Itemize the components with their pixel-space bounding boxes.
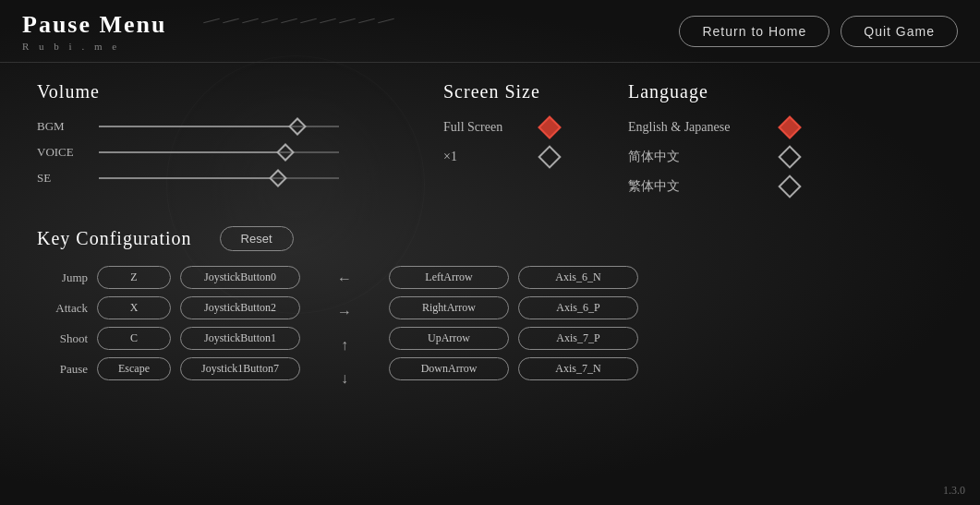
arrow-row-left: LeftArrow Axis_6_N — [389, 266, 638, 289]
key-row-jump: Jump Z JoystickButton0 — [37, 266, 300, 289]
up-axis-box[interactable]: Axis_7_P — [518, 327, 638, 350]
key-config-title: Key Configuration — [37, 228, 192, 249]
bgm-slider-track[interactable] — [99, 126, 339, 127]
attack-keyboard-box[interactable]: X — [97, 296, 171, 319]
se-slider-fill — [99, 177, 272, 179]
arrow-row-down: DownArrow Axis_7_N — [389, 357, 638, 380]
left-axis-box[interactable]: Axis_6_N — [518, 266, 638, 289]
header-buttons: Return to Home Quit Game — [679, 16, 958, 47]
pause-action-label: Pause — [37, 362, 88, 377]
key-row-pause: Pause Escape Joystick1Button7 — [37, 357, 300, 380]
return-home-button[interactable]: Return to Home — [679, 16, 829, 47]
language-section: Language English & Japanese 简体中文 繁体中文 — [628, 81, 850, 208]
arrow-up-sym: ↑ — [337, 332, 352, 358]
deco-line-8 — [339, 18, 356, 24]
key-config-header: Key Configuration Reset — [37, 226, 943, 251]
bgm-row: BGM — [37, 119, 443, 134]
jump-action-label: Jump — [37, 271, 88, 285]
quit-game-button[interactable]: Quit Game — [841, 16, 958, 47]
right-axis-box[interactable]: Axis_6_P — [518, 296, 638, 319]
jump-keyboard-box[interactable]: Z — [97, 266, 171, 289]
deco-line-7 — [320, 18, 336, 24]
shoot-keyboard-box[interactable]: C — [97, 327, 171, 350]
deco-line-9 — [358, 18, 375, 24]
arrow-left-sym: ← — [337, 266, 352, 292]
attack-joystick-box[interactable]: JoystickButton2 — [180, 296, 300, 319]
fullscreen-button[interactable] — [538, 115, 561, 138]
pause-keyboard-box[interactable]: Escape — [97, 357, 171, 380]
up-keyboard-box[interactable]: UpArrow — [389, 327, 509, 350]
jump-joystick-box[interactable]: JoystickButton0 — [180, 266, 300, 289]
right-keyboard-box[interactable]: RightArrow — [389, 296, 509, 319]
scale-label: ×1 — [443, 150, 526, 164]
attack-action-label: Attack — [37, 301, 88, 316]
se-row: SE — [37, 171, 443, 186]
lang-label-0: English & Japanese — [628, 120, 767, 135]
pause-joystick-box[interactable]: Joystick1Button7 — [180, 357, 300, 380]
bgm-label: BGM — [37, 119, 88, 134]
key-config-section: Key Configuration Reset Jump Z JoystickB… — [0, 226, 980, 391]
volume-title: Volume — [37, 81, 443, 102]
page-title: Pause Menu — [22, 11, 167, 39]
deco-line-2 — [223, 18, 239, 24]
lang-row-1: 简体中文 — [628, 149, 850, 165]
down-axis-box[interactable]: Axis_7_N — [518, 357, 638, 380]
deco-line-1 — [203, 18, 220, 24]
key-row-shoot: Shoot C JoystickButton1 — [37, 327, 300, 350]
se-slider-thumb[interactable] — [269, 169, 287, 187]
deco-line-3 — [242, 18, 259, 24]
arrow-row-right: RightArrow Axis_6_P — [389, 296, 638, 319]
header-decoration — [203, 20, 394, 21]
lang-row-2: 繁体中文 — [628, 178, 850, 195]
volume-section: Volume BGM VOICE SE — [37, 81, 443, 208]
voice-slider-fill — [99, 151, 279, 153]
scale-button[interactable] — [538, 145, 561, 168]
down-keyboard-box[interactable]: DownArrow — [389, 357, 509, 380]
arrow-symbol-col: ← → ↑ ↓ — [337, 266, 352, 391]
bgm-slider-thumb[interactable] — [288, 117, 307, 136]
voice-label: VOICE — [37, 145, 88, 160]
key-col-left: Jump Z JoystickButton0 Attack X Joystick… — [37, 266, 300, 391]
voice-slider-thumb[interactable] — [276, 143, 295, 162]
lang-label-2: 繁体中文 — [628, 178, 767, 195]
deco-line-10 — [378, 18, 394, 24]
lang-button-1[interactable] — [778, 145, 801, 168]
language-title: Language — [628, 81, 850, 102]
deco-line-6 — [300, 18, 317, 24]
fullscreen-row: Full Screen — [443, 119, 628, 136]
lang-label-1: 简体中文 — [628, 149, 767, 165]
header-left: Pause Menu R u b i . m e — [22, 11, 167, 52]
screen-size-title: Screen Size — [443, 81, 628, 102]
se-label: SE — [37, 171, 88, 186]
deco-line-4 — [261, 18, 278, 24]
main-settings: Volume BGM VOICE SE Screen Size — [0, 63, 980, 226]
voice-slider-track[interactable] — [99, 151, 339, 153]
lang-button-2[interactable] — [778, 174, 801, 198]
reset-button[interactable]: Reset — [220, 226, 294, 251]
lang-row-0: English & Japanese — [628, 119, 850, 136]
voice-row: VOICE — [37, 145, 443, 160]
arrow-key-col: LeftArrow Axis_6_N RightArrow Axis_6_P U… — [389, 266, 638, 391]
shoot-action-label: Shoot — [37, 331, 88, 346]
se-slider-track[interactable] — [99, 177, 339, 179]
arrow-row-up: UpArrow Axis_7_P — [389, 327, 638, 350]
left-keyboard-box[interactable]: LeftArrow — [389, 266, 509, 289]
scale-row: ×1 — [443, 149, 628, 165]
screen-size-section: Screen Size Full Screen ×1 — [443, 81, 628, 208]
header: Pause Menu R u b i . m e Return to Home … — [0, 0, 980, 63]
bgm-slider-fill — [99, 126, 291, 127]
key-row-attack: Attack X JoystickButton2 — [37, 296, 300, 319]
arrow-right-sym: → — [337, 299, 352, 325]
arrow-down-sym: ↓ — [337, 366, 352, 391]
deco-line-5 — [281, 18, 297, 24]
version-label: 1.3.0 — [943, 484, 965, 498]
lang-button-0[interactable] — [778, 115, 801, 138]
fullscreen-label: Full Screen — [443, 120, 526, 135]
shoot-joystick-box[interactable]: JoystickButton1 — [180, 327, 300, 350]
header-subtitle: R u b i . m e — [22, 41, 167, 52]
key-rows-container: Jump Z JoystickButton0 Attack X Joystick… — [37, 266, 943, 391]
